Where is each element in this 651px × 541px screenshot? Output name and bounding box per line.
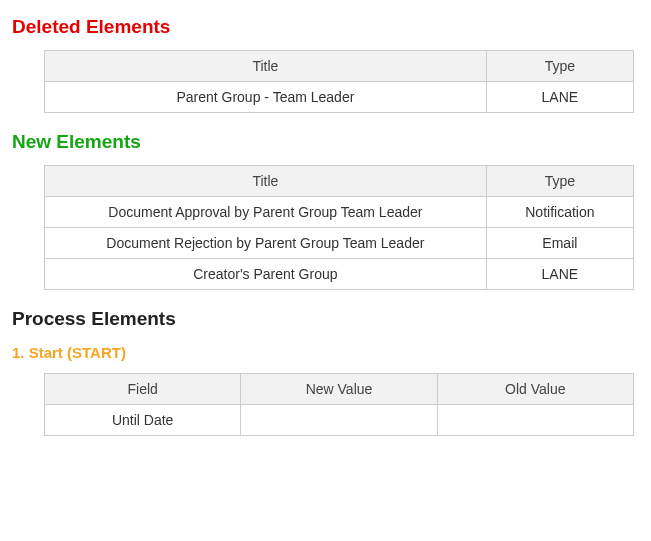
table-row: Creator's Parent Group LANE (45, 259, 634, 290)
cell-type: LANE (486, 259, 633, 290)
cell-type: Notification (486, 197, 633, 228)
deleted-elements-heading: Deleted Elements (12, 16, 639, 38)
col-header-title: Title (45, 51, 487, 82)
cell-newvalue (241, 405, 437, 436)
cell-title: Document Approval by Parent Group Team L… (45, 197, 487, 228)
table-row: Parent Group - Team Leader LANE (45, 82, 634, 113)
cell-title: Parent Group - Team Leader (45, 82, 487, 113)
col-header-field: Field (45, 374, 241, 405)
new-table-wrap: Title Type Document Approval by Parent G… (12, 165, 639, 290)
process-table-wrap: Field New Value Old Value Until Date (12, 373, 639, 436)
cell-type: LANE (486, 82, 633, 113)
col-header-newvalue: New Value (241, 374, 437, 405)
cell-oldvalue (437, 405, 633, 436)
col-header-oldvalue: Old Value (437, 374, 633, 405)
col-header-type: Type (486, 51, 633, 82)
cell-type: Email (486, 228, 633, 259)
col-header-title: Title (45, 166, 487, 197)
deleted-elements-table: Title Type Parent Group - Team Leader LA… (44, 50, 634, 113)
col-header-type: Type (486, 166, 633, 197)
new-elements-heading: New Elements (12, 131, 639, 153)
table-row: Document Rejection by Parent Group Team … (45, 228, 634, 259)
cell-field: Until Date (45, 405, 241, 436)
cell-title: Creator's Parent Group (45, 259, 487, 290)
deleted-table-wrap: Title Type Parent Group - Team Leader LA… (12, 50, 639, 113)
process-elements-heading: Process Elements (12, 308, 639, 330)
table-row: Until Date (45, 405, 634, 436)
new-elements-table: Title Type Document Approval by Parent G… (44, 165, 634, 290)
cell-title: Document Rejection by Parent Group Team … (45, 228, 487, 259)
table-row: Document Approval by Parent Group Team L… (45, 197, 634, 228)
start-subheading: 1. Start (START) (12, 344, 639, 361)
process-elements-table: Field New Value Old Value Until Date (44, 373, 634, 436)
